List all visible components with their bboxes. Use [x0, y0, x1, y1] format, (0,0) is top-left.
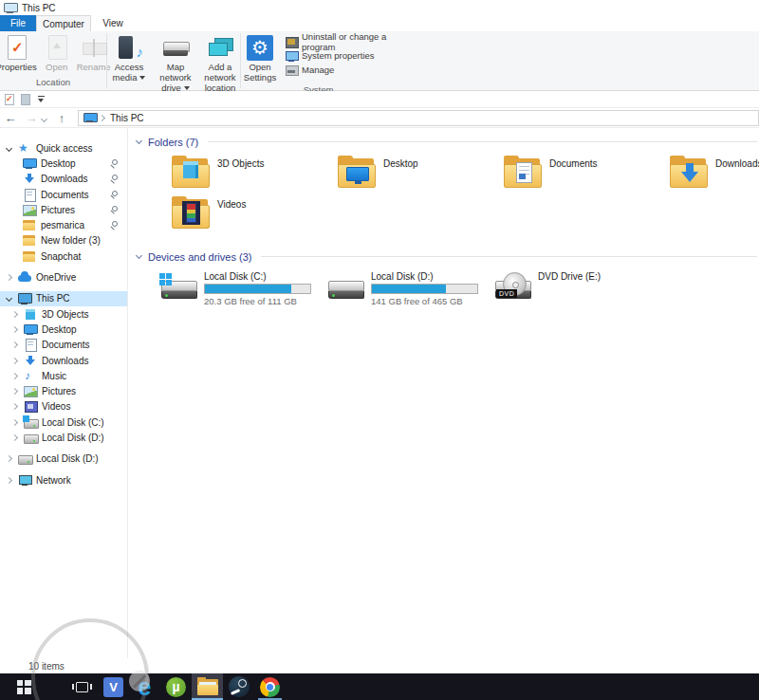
dropdown-caret-icon — [184, 86, 190, 90]
expand-arrow-icon[interactable] — [11, 403, 18, 410]
map-network-drive-button[interactable]: Map network drive — [151, 34, 200, 95]
expand-arrow-icon[interactable] — [11, 373, 18, 379]
sidebar-item-onedrive[interactable]: OneDrive — [0, 269, 127, 285]
navigation-pane: Quick accessDesktopDownloadsDocumentsPic… — [0, 128, 128, 673]
breadcrumb-chevron-icon[interactable] — [99, 114, 105, 120]
sidebar-item-local-disk-c[interactable]: Local Disk (C:) — [0, 414, 127, 430]
sidebar-item-pictures[interactable]: Pictures — [0, 383, 127, 398]
add-network-location-button[interactable]: Add a network location — [200, 34, 240, 95]
expand-arrow-icon[interactable] — [11, 388, 18, 395]
customize-toolbar-caret-icon[interactable] — [38, 96, 45, 103]
sidebar-item-documents[interactable]: Documents — [0, 187, 127, 202]
properties-shortcut-icon[interactable] — [5, 94, 14, 105]
chrome-icon — [260, 677, 280, 697]
sidebar-item-label: pesmarica — [41, 220, 84, 230]
task-view-icon — [76, 682, 88, 692]
sidebar-item-local-disk-d[interactable]: Local Disk (D:) — [0, 451, 127, 467]
sidebar-item-label: This PC — [36, 293, 70, 304]
folder-tile-videos[interactable]: Videos — [171, 196, 337, 234]
sidebar-item-3d-objects[interactable]: 3D Objects — [0, 306, 127, 322]
sidebar-item-videos[interactable]: Videos — [0, 399, 127, 414]
tab-file[interactable]: File — [0, 15, 36, 31]
doc-overlay-icon — [516, 162, 532, 183]
up-button[interactable]: ↑ — [51, 111, 72, 125]
sidebar-item-quick-access[interactable]: Quick access — [0, 140, 127, 156]
manage-button[interactable]: Manage — [283, 63, 396, 77]
open-button[interactable]: Open — [40, 34, 74, 77]
folder-icon — [171, 156, 211, 188]
sidebar-item-label: Pictures — [42, 386, 76, 396]
uninstall-icon — [286, 36, 298, 47]
taskbar-steam-icon[interactable] — [223, 673, 254, 700]
address-bar[interactable]: This PC — [78, 110, 759, 126]
sidebar-item-label: Pictures — [41, 205, 75, 215]
folder-tile-3d-objects[interactable]: 3D Objects — [171, 156, 337, 193]
taskbar-utorrent-icon[interactable]: µ — [160, 673, 192, 700]
expand-arrow-icon[interactable] — [11, 341, 18, 348]
taskbar-chrome-icon[interactable] — [254, 673, 286, 700]
file-explorer-icon — [197, 679, 218, 695]
folder-tile-downloads[interactable]: Downloads — [669, 156, 759, 193]
folder-tile-desktop[interactable]: Desktop — [337, 156, 503, 193]
drive-tile-local-disk-d[interactable]: Local Disk (D:)141 GB free of 465 GB — [328, 270, 495, 316]
uninstall-program-button[interactable]: Uninstall or change a program — [283, 34, 396, 48]
system-properties-button[interactable]: System properties — [283, 48, 396, 63]
group-label-location: Location — [0, 77, 106, 90]
drive-tile-label: Local Disk (D:) — [371, 271, 478, 282]
expand-arrow-icon[interactable] — [11, 357, 18, 363]
sidebar-item-pictures[interactable]: Pictures — [0, 202, 127, 217]
sidebar-item-downloads[interactable]: Downloads — [0, 353, 127, 368]
back-button[interactable]: ← — [0, 111, 21, 125]
this-pc-icon — [83, 113, 96, 122]
sidebar-item-desktop[interactable]: Desktop — [0, 322, 127, 337]
ribbon-group-location: Properties Open Rename Location — [0, 31, 106, 90]
expand-arrow-icon[interactable] — [6, 455, 12, 462]
collapse-chevron-icon[interactable] — [136, 138, 142, 144]
tab-computer[interactable]: Computer — [36, 15, 91, 31]
expand-arrow-icon[interactable] — [6, 274, 12, 281]
folders-group-header[interactable]: Folders (7) — [137, 135, 759, 149]
expand-arrow-icon[interactable] — [11, 434, 18, 441]
access-media-button[interactable]: Access media — [107, 34, 151, 95]
expand-arrow-icon[interactable] — [6, 295, 12, 302]
tab-view[interactable]: View — [91, 15, 135, 31]
properties-button[interactable]: Properties — [0, 34, 40, 77]
taskbar-file-explorer-icon[interactable] — [192, 673, 223, 700]
expand-arrow-icon[interactable] — [11, 326, 18, 333]
taskbar-task-view-icon[interactable] — [66, 673, 98, 700]
sidebar-item-desktop[interactable]: Desktop — [0, 156, 127, 171]
expand-arrow-icon[interactable] — [6, 477, 12, 484]
sidebar-item-local-disk-d[interactable]: Local Disk (D:) — [0, 430, 127, 445]
folder-tile-label: Documents — [549, 158, 598, 193]
taskbar: Veµ — [0, 673, 759, 700]
sidebar-item-music[interactable]: Music — [0, 368, 127, 383]
breadcrumb-segment[interactable]: This PC — [110, 113, 144, 123]
expand-arrow-icon[interactable] — [11, 419, 18, 426]
sidebar-item-pesmarica[interactable]: pesmarica — [0, 217, 127, 232]
taskbar-start-icon[interactable] — [5, 673, 43, 700]
forward-button[interactable]: → — [21, 111, 42, 125]
sidebar-item-snapchat[interactable]: Snapchat — [0, 249, 127, 264]
expand-arrow-icon[interactable] — [11, 311, 18, 318]
sidebar-item-documents[interactable]: Documents — [0, 338, 127, 353]
sidebar-item-new-folder-3[interactable]: New folder (3) — [0, 233, 127, 249]
drive-tile-dvd-drive-e[interactable]: DVDDVD Drive (E:) — [495, 270, 662, 316]
folder-tile-documents[interactable]: Documents — [503, 156, 669, 193]
expand-arrow-icon[interactable] — [6, 145, 12, 152]
open-settings-button[interactable]: Open Settings — [241, 34, 279, 84]
collapse-chevron-icon[interactable] — [136, 252, 142, 259]
sidebar-item-network[interactable]: Network — [0, 472, 127, 488]
sidebar-item-downloads[interactable]: Downloads — [0, 172, 127, 187]
taskbar-edge-icon[interactable]: e — [129, 673, 160, 700]
recent-locations-dropdown[interactable] — [42, 113, 51, 123]
sidebar-item-label: 3D Objects — [42, 309, 88, 320]
pin-icon — [110, 191, 119, 199]
taskbar-v-app-icon[interactable]: V — [98, 673, 129, 700]
download-icon — [24, 355, 37, 367]
folder-icon — [503, 156, 543, 188]
new-folder-shortcut-icon[interactable] — [21, 94, 30, 105]
sidebar-item-this-pc[interactable]: This PC — [0, 291, 127, 306]
drives-group-header[interactable]: Devices and drives (3) — [137, 249, 759, 264]
arrow-overlay-icon — [681, 163, 698, 183]
drive-tile-local-disk-c[interactable]: Local Disk (C:)20.3 GB free of 111 GB — [161, 270, 328, 316]
